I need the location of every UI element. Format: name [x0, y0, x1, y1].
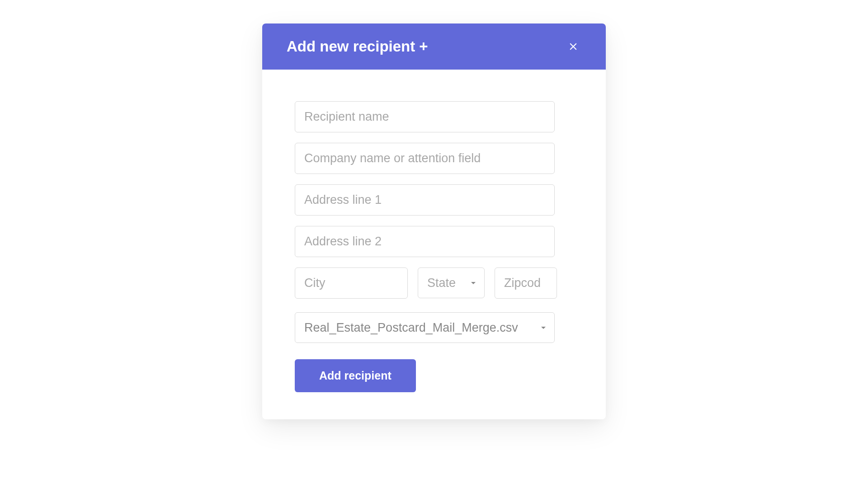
modal-header: Add new recipient + — [262, 23, 606, 70]
modal-title: Add new recipient + — [287, 38, 428, 55]
x-icon — [567, 41, 579, 52]
add-recipient-modal: Add new recipient + — [262, 23, 606, 419]
state-select[interactable]: State — [418, 267, 485, 298]
address-line-1-input[interactable] — [295, 184, 555, 216]
add-recipient-button[interactable]: Add recipient — [295, 359, 416, 392]
company-name-input[interactable] — [295, 143, 555, 174]
modal-body: State Real_Estate_Postcard_Mail_Merge.cs… — [262, 70, 606, 419]
form-group-company-name — [295, 143, 555, 174]
close-icon[interactable] — [565, 38, 581, 55]
col-city — [295, 267, 408, 299]
form-row-city-state-zip: State — [295, 267, 573, 299]
col-state: State — [418, 267, 485, 299]
recipient-name-input[interactable] — [295, 101, 555, 132]
form-group-address-1 — [295, 184, 555, 216]
address-line-2-input[interactable] — [295, 226, 555, 257]
form-group-address-2 — [295, 226, 555, 257]
form-group-file: Real_Estate_Postcard_Mail_Merge.csv — [295, 312, 555, 343]
zipcode-input[interactable] — [495, 267, 557, 299]
city-input[interactable] — [295, 267, 408, 299]
col-zip — [495, 267, 557, 299]
file-select[interactable]: Real_Estate_Postcard_Mail_Merge.csv — [295, 312, 555, 343]
form-group-recipient-name — [295, 101, 555, 132]
